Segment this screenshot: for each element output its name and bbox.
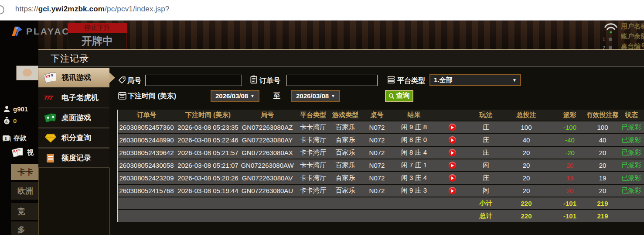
- grand-total-label: 总计: [472, 210, 500, 222]
- diamond-icon: [44, 133, 57, 143]
- hall-item-duo[interactable]: 多: [11, 221, 38, 235]
- subtotal-payout: -101: [552, 197, 587, 209]
- table-row: 260308052448990 2026-03-08 05:22:46 GN07…: [118, 134, 644, 146]
- cell-order-no: 260308052439642: [118, 147, 175, 159]
- sidebar-item-table-games[interactable]: 桌面游戏: [38, 108, 109, 128]
- cell-status: 已派彩: [618, 185, 644, 197]
- date-from-value: 2026/03/08: [215, 92, 248, 100]
- table-row: 260308052423209 2026-03-08 05:20:26 GN07…: [118, 172, 644, 184]
- hall-item-kaka[interactable]: 卡卡: [11, 164, 38, 180]
- replay-play-icon[interactable]: [449, 149, 456, 156]
- user-info-cluster: 用户名称 账户余额 桌台编号 1 2: [602, 21, 644, 49]
- wifi-icon: [603, 23, 619, 35]
- playing-cards-icon: K♥9: [44, 73, 57, 83]
- hall-item-europe[interactable]: 欧洲: [11, 182, 38, 200]
- cell-round-no: GN072263080AZ: [241, 121, 294, 133]
- modal-title-bar: 下注记录: [38, 50, 644, 67]
- subtotal-valid-bet: 219: [587, 197, 618, 209]
- header-replay: [433, 110, 472, 121]
- bet-time-label: 下注时间 (美东): [128, 92, 176, 101]
- cell-valid-bet: 20: [587, 147, 618, 159]
- cell-valid-bet: 19: [587, 172, 618, 184]
- header-valid-bet: 有效投注额: [587, 110, 618, 121]
- sidebar-item-quota-records[interactable]: 额度记录: [38, 148, 109, 168]
- order-no-label: 订单号: [259, 76, 280, 86]
- cell-valid-bet: 40: [587, 134, 618, 146]
- clipboard-icon: [250, 75, 258, 84]
- grand-total-payout: -101: [552, 210, 587, 222]
- cell-replay: [433, 121, 472, 133]
- casino-table-scene: [38, 21, 644, 49]
- sidebar-item-slots[interactable]: 777 电子老虎机: [38, 88, 109, 107]
- cell-replay: [433, 134, 472, 146]
- hall-item-jing[interactable]: 竞: [11, 203, 38, 220]
- platform-type-select[interactable]: 1.全部 ▼: [429, 74, 521, 86]
- user-icon: [3, 105, 10, 113]
- cell-valid-bet: 20: [587, 159, 618, 171]
- playace-logo-icon: [11, 26, 23, 37]
- cell-platform: 卡卡湾厅: [294, 134, 332, 146]
- avatar: [16, 66, 38, 80]
- cell-table-no: N072: [358, 172, 395, 184]
- grand-total-row: 总计 220 -101 219: [118, 210, 644, 222]
- game-lobby-background: PLAYACE 停止下注 开牌中 用户名称 账户余额 桌台编号 1 2: [0, 21, 644, 235]
- cell-replay: [433, 147, 472, 159]
- grand-total-valid-bet: 219: [587, 210, 618, 222]
- modal-title: 下注记录: [51, 52, 89, 65]
- replay-play-icon[interactable]: [449, 187, 456, 194]
- balance-row: $ 0: [3, 117, 17, 124]
- round-no-input[interactable]: [145, 75, 242, 86]
- cell-bet-time: 2026-03-08 05:21:07: [175, 159, 241, 171]
- query-button-label: 查询: [396, 91, 410, 100]
- cell-bet-time: 2026-03-08 05:20:26: [175, 172, 241, 184]
- stop-bet-label: 停止下注: [68, 23, 127, 33]
- deposit-row[interactable]: $ 存款: [2, 134, 27, 142]
- replay-play-icon[interactable]: [449, 174, 456, 182]
- table-header-row: 订单号 下注时间 (美东) 局号 平台类型 游戏类型 桌号 结果 玩法 总投注 …: [118, 110, 644, 121]
- replay-play-icon[interactable]: [449, 162, 456, 169]
- cell-payout: 20: [552, 159, 587, 171]
- chevron-down-icon: ▼: [250, 93, 255, 98]
- header-bet-type: 玩法: [472, 110, 500, 121]
- subtotal-status: [618, 197, 644, 209]
- order-no-input[interactable]: [286, 75, 378, 86]
- cell-game-type: 百家乐: [332, 147, 358, 159]
- cell-table-no: N072: [358, 159, 395, 171]
- replay-play-icon[interactable]: [449, 124, 456, 131]
- screen: https://gci.ywi2mzbk.com/pc/pcv1/index.j…: [0, 0, 644, 235]
- reload-icon[interactable]: [0, 5, 4, 14]
- sidebar-item-label: 电子老虎机: [61, 93, 99, 103]
- balance-label: 账户余额: [621, 31, 644, 41]
- cell-total-bet: 20: [500, 159, 552, 171]
- header-total-bet: 总投注: [500, 110, 552, 121]
- sidebar-item-label: 桌面游戏: [61, 113, 91, 123]
- cell-bet-type: 庄: [472, 147, 500, 159]
- date-to-select[interactable]: 2026/03/08 ▼: [291, 90, 340, 102]
- query-button[interactable]: 查询: [385, 90, 413, 102]
- cell-bet-type: 闲: [472, 159, 500, 171]
- lobby-left-strip: g901 $ 0 $ 存款 K♥9: [0, 49, 38, 235]
- header-payout: 派彩: [552, 110, 587, 121]
- table-row: 260308052439642 2026-03-08 05:21:57 GN07…: [118, 147, 644, 159]
- username-label: 用户名称: [621, 21, 644, 31]
- replay-play-icon[interactable]: [449, 136, 456, 144]
- cell-total-bet: 20: [500, 185, 552, 197]
- bet-records-table: 订单号 下注时间 (美东) 局号 平台类型 游戏类型 桌号 结果 玩法 总投注 …: [117, 110, 644, 222]
- cell-game-type: 百家乐: [332, 172, 358, 184]
- cell-result: 闲 8 庄 0: [395, 134, 433, 146]
- cell-bet-time: 2026-03-08 05:23:35: [175, 121, 241, 133]
- deposit-icon: $: [2, 135, 11, 142]
- header-round-no: 局号: [241, 110, 294, 121]
- seat-dot-1: [609, 38, 612, 41]
- sidebar-item-video-games[interactable]: K♥9 视讯游戏: [38, 68, 109, 87]
- table-row: 260308052415768 2026-03-08 05:19:44 GN07…: [118, 185, 644, 197]
- cell-game-type: 百家乐: [332, 159, 358, 171]
- cell-total-bet: 20: [500, 147, 552, 159]
- url-text[interactable]: https://gci.ywi2mzbk.com/pc/pcv1/index.j…: [15, 5, 170, 14]
- cell-round-no: GN072263080AV: [241, 172, 294, 184]
- date-from-select[interactable]: 2026/03/08 ▼: [211, 90, 259, 102]
- sidebar-item-points-query[interactable]: 积分查询: [38, 128, 109, 148]
- header-bet-time: 下注时间 (美东): [175, 110, 241, 121]
- sidebar-item-label: 视讯游戏: [61, 73, 91, 83]
- cell-payout: 20: [552, 185, 587, 197]
